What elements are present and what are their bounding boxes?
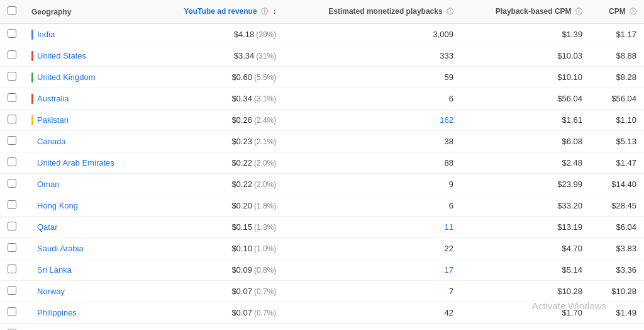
row-checkbox[interactable] <box>8 243 16 252</box>
country-link[interactable]: Oman <box>37 179 59 189</box>
select-all-checkbox[interactable] <box>8 6 16 15</box>
row-checkbox[interactable] <box>8 200 16 209</box>
row-checkbox[interactable] <box>8 93 16 102</box>
row-checkbox-cell[interactable] <box>0 217 24 238</box>
pb-cpm-cell: $2.48 <box>461 152 590 174</box>
playbacks-cell: 88 <box>284 152 461 174</box>
pb-cpm-cell: $23.99 <box>461 174 590 195</box>
row-checkbox-cell[interactable] <box>0 152 24 174</box>
country-link[interactable]: Norway <box>37 287 65 296</box>
row-checkbox-cell[interactable] <box>0 238 24 259</box>
revenue-pct: (1.8%) <box>254 202 276 210</box>
country-link[interactable]: India <box>37 30 55 39</box>
playbacks-cell: 17 <box>284 259 461 281</box>
revenue-pct: (2.0%) <box>254 159 276 168</box>
revenue-cell: $0.22(2.0%) <box>148 152 284 174</box>
cpm-cell: $8.88 <box>590 45 644 67</box>
country-link[interactable]: Australia <box>37 94 69 103</box>
table-row: Australia$0.34(3.1%)6$56.04$56.04 <box>0 88 644 110</box>
select-all-header[interactable] <box>0 0 24 24</box>
revenue-pct: (0.7%) <box>254 309 276 317</box>
row-checkbox[interactable] <box>8 115 16 123</box>
col-estimated-playbacks[interactable]: Estimated monetized playbacks ⓘ <box>284 0 461 24</box>
playbacks-cell: 9 <box>284 174 461 195</box>
row-checkbox-cell[interactable] <box>0 174 24 195</box>
table-row: United Arab Emirates$0.22(2.0%)88$2.48$1… <box>0 152 644 174</box>
table-row: Oman$0.22(2.0%)9$23.99$14.40 <box>0 174 644 195</box>
revenue-pct: (2.0%) <box>254 180 276 189</box>
playbacks-cell: 59 <box>284 67 461 88</box>
revenue-pct: (39%) <box>256 30 276 39</box>
country-link[interactable]: Pakistan <box>37 115 69 125</box>
playbacks-cell: 22 <box>284 238 461 259</box>
row-checkbox-cell[interactable] <box>0 110 24 131</box>
revenue-cell: $0.23(2.1%) <box>148 131 284 152</box>
cpm-info-icon[interactable]: ⓘ <box>630 7 636 16</box>
col-youtube-revenue[interactable]: YouTube ad revenue ⓘ ↓ <box>148 0 284 24</box>
revenue-sort-icon[interactable]: ↓ <box>272 7 276 16</box>
row-checkbox-cell[interactable] <box>0 88 24 110</box>
country-cell: Sri Lanka <box>24 259 148 281</box>
country-link[interactable]: United Arab Emirates <box>37 158 114 168</box>
revenue-cell: $0.06(0.5%) <box>148 324 284 331</box>
revenue-value: $0.07 <box>231 308 252 317</box>
row-checkbox[interactable] <box>8 50 16 59</box>
cpm-cell: $1.17 <box>590 24 644 45</box>
revenue-cell: $0.15(1.3%) <box>148 217 284 238</box>
row-checkbox[interactable] <box>8 307 16 316</box>
table-row: Saudi Arabia$0.10(1.0%)22$4.70$3.83 <box>0 238 644 259</box>
revenue-value: $0.22 <box>231 179 252 189</box>
row-checkbox[interactable] <box>8 222 16 230</box>
country-color-bar <box>31 94 33 104</box>
row-checkbox-cell[interactable] <box>0 324 24 331</box>
row-checkbox-cell[interactable] <box>0 195 24 217</box>
row-checkbox[interactable] <box>8 157 16 166</box>
row-checkbox-cell[interactable] <box>0 24 24 45</box>
row-checkbox[interactable] <box>8 72 16 81</box>
row-checkbox-cell[interactable] <box>0 302 24 324</box>
revenue-cell: $0.26(2.4%) <box>148 110 284 131</box>
country-link[interactable]: Hong Kong <box>37 201 78 210</box>
cpm-cell: $56.04 <box>590 88 644 110</box>
country-link[interactable]: United Kingdom <box>37 72 96 82</box>
col-cpm[interactable]: CPM ⓘ <box>590 0 644 24</box>
country-link[interactable]: Qatar <box>37 222 58 232</box>
col-geography-label: Geography <box>31 8 71 16</box>
revenue-pct: (1.0%) <box>254 244 276 253</box>
country-link[interactable]: Canada <box>37 137 66 146</box>
row-checkbox-cell[interactable] <box>0 131 24 152</box>
row-checkbox-cell[interactable] <box>0 45 24 67</box>
col-playbacks-label: Estimated monetized playbacks <box>328 7 442 16</box>
revenue-pct: (3.1%) <box>254 94 276 103</box>
row-checkbox[interactable] <box>8 29 16 38</box>
pb-cpm-info-icon[interactable]: ⓘ <box>575 7 582 16</box>
country-link[interactable]: Sri Lanka <box>37 265 72 275</box>
revenue-value: $3.34 <box>234 51 255 60</box>
revenue-pct: (5.5%) <box>254 73 276 82</box>
col-playback-cpm[interactable]: Playback-based CPM ⓘ <box>461 0 590 24</box>
pb-cpm-cell: $5.14 <box>461 259 590 281</box>
country-cell: Canada <box>24 131 148 152</box>
playbacks-info-icon[interactable]: ⓘ <box>447 7 453 16</box>
row-checkbox[interactable] <box>8 286 16 295</box>
row-checkbox[interactable] <box>8 265 16 273</box>
table-row: India$4.18(39%)3,009$1.39$1.17 <box>0 24 644 45</box>
country-link[interactable]: Philippines <box>37 308 77 317</box>
row-checkbox-cell[interactable] <box>0 259 24 281</box>
revenue-value: $0.20 <box>231 201 252 210</box>
row-checkbox-cell[interactable] <box>0 281 24 302</box>
table-row: Qatar$0.15(1.3%)11$13.19$6.04 <box>0 217 644 238</box>
country-link[interactable]: Saudi Arabia <box>37 244 84 253</box>
revenue-pct: (0.8%) <box>254 266 276 275</box>
row-checkbox[interactable] <box>8 136 16 145</box>
country-link[interactable]: United States <box>37 51 86 60</box>
cpm-cell: $3.83 <box>590 238 644 259</box>
cpm-cell: $1.81 <box>590 324 644 331</box>
revenue-cell: $0.07(0.7%) <box>148 281 284 302</box>
row-checkbox[interactable] <box>8 179 16 188</box>
pb-cpm-cell: $1.39 <box>461 24 590 45</box>
table-row: Canada$0.23(2.1%)38$6.08$5.13 <box>0 131 644 152</box>
activate-windows-watermark: Activate Windows <box>532 300 606 311</box>
revenue-info-icon[interactable]: ⓘ <box>261 7 268 16</box>
row-checkbox-cell[interactable] <box>0 67 24 88</box>
